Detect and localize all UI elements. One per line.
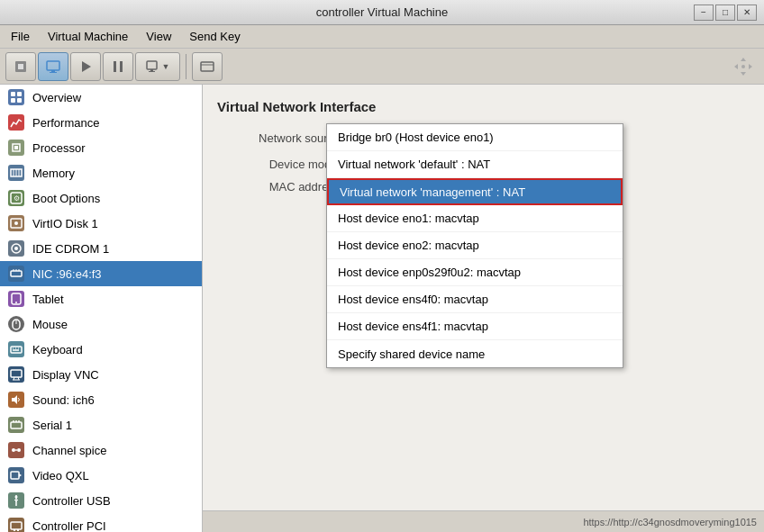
svg-point-35 (15, 302, 17, 303)
sidebar-label-overview: Overview (32, 91, 81, 104)
screen-options-button[interactable]: ▼ (135, 52, 180, 81)
performance-icon (7, 113, 25, 131)
sidebar-item-controller-pci[interactable]: Controller PCI (0, 513, 202, 532)
statusbar: https://http://c34gnosdmoveryming1015 (203, 510, 764, 532)
sidebar-label-video: Video QXL (32, 469, 89, 482)
boot-icon: ⚙ (7, 189, 25, 207)
keyboard-icon (7, 340, 25, 358)
minimize-button[interactable]: − (694, 5, 714, 21)
svg-rect-1 (18, 64, 23, 69)
sidebar-label-boot: Boot Options (32, 192, 100, 205)
sidebar-item-virtio[interactable]: VirtIO Disk 1 (0, 211, 202, 236)
dropdown-item-0[interactable]: Bridge br0 (Host device eno1) (327, 124, 623, 151)
sidebar-label-sound: Sound: ich6 (32, 393, 95, 407)
close-button[interactable]: ✕ (737, 5, 757, 21)
sidebar-item-serial[interactable]: Serial 1 (0, 412, 202, 437)
svg-rect-30 (11, 271, 22, 276)
menubar: File Virtual Machine View Send Key (0, 25, 764, 49)
processor-icon (7, 139, 25, 157)
statusbar-url: https://http://c34gnosdmoveryming1015 (210, 517, 757, 527)
menu-view[interactable]: View (139, 28, 178, 45)
dropdown-item-5[interactable]: Host device enp0s29f0u2: macvtap (327, 259, 623, 286)
svg-rect-4 (50, 72, 57, 73)
overview-icon (7, 88, 25, 106)
transfer-button[interactable] (192, 52, 223, 81)
window-controls[interactable]: − □ ✕ (694, 5, 757, 21)
dropdown-item-6[interactable]: Host device ens4f0: macvtap (327, 286, 623, 313)
sidebar-label-processor: Processor (32, 141, 86, 155)
sidebar-item-performance[interactable]: Performance (0, 110, 202, 135)
svg-rect-17 (17, 98, 22, 103)
svg-point-52 (12, 448, 15, 452)
svg-point-53 (17, 448, 21, 452)
svg-marker-47 (12, 395, 17, 404)
tablet-icon (7, 290, 25, 308)
memory-icon (7, 164, 25, 182)
svg-rect-14 (11, 92, 15, 96)
pause-button[interactable] (103, 52, 133, 81)
menu-send-key[interactable]: Send Key (182, 28, 247, 45)
sidebar-item-overview[interactable]: Overview (0, 85, 202, 110)
sidebar-item-boot[interactable]: ⚙ Boot Options (0, 185, 202, 211)
svg-rect-43 (11, 370, 22, 377)
screen-button[interactable] (38, 52, 68, 81)
sidebar-item-processor[interactable]: Processor (0, 135, 202, 160)
sidebar-label-nic: NIC :96:e4:f3 (32, 267, 102, 281)
svg-marker-5 (82, 61, 91, 72)
mouse-icon (7, 315, 25, 333)
serial-icon (7, 416, 25, 434)
sidebar-item-keyboard[interactable]: Keyboard (0, 337, 202, 362)
sidebar-item-memory[interactable]: Memory (0, 160, 202, 185)
nic-icon (7, 265, 25, 283)
sidebar-item-tablet[interactable]: Tablet (0, 286, 202, 311)
main-content: Overview Performance Processor (0, 85, 764, 532)
svg-rect-48 (11, 422, 22, 428)
dropdown-item-3[interactable]: Host device eno1: macvtap (327, 205, 623, 232)
sidebar-label-memory: Memory (32, 167, 75, 180)
svg-rect-19 (14, 146, 18, 149)
power-button[interactable] (5, 52, 36, 81)
sidebar-item-channel[interactable]: Channel spice (0, 437, 202, 463)
svg-point-13 (741, 65, 745, 68)
svg-rect-15 (17, 92, 22, 96)
dropdown-item-4[interactable]: Host device eno2: macvtap (327, 232, 623, 259)
svg-rect-9 (150, 69, 153, 71)
sidebar-item-video[interactable]: Video QXL (0, 463, 202, 488)
sidebar-label-ide: IDE CDROM 1 (32, 242, 109, 256)
dropdown-item-2[interactable]: Virtual network 'management' : NAT (327, 178, 623, 205)
dropdown-item-8[interactable]: Specify shared device name (327, 340, 623, 367)
svg-rect-10 (149, 71, 155, 72)
sidebar-item-display[interactable]: Display VNC (0, 362, 202, 387)
maximize-button[interactable]: □ (715, 5, 735, 21)
display-icon (7, 365, 25, 383)
svg-rect-3 (51, 70, 55, 72)
dropdown-item-1[interactable]: Virtual network 'default' : NAT (327, 151, 623, 178)
window-title: controller Virtual Machine (70, 5, 694, 19)
menu-file[interactable]: File (4, 28, 37, 45)
mac-address-label: MAC address: (217, 180, 343, 194)
sidebar-label-channel: Channel spice (32, 444, 106, 457)
menu-virtual-machine[interactable]: Virtual Machine (41, 28, 135, 45)
channel-icon (7, 441, 25, 459)
sidebar-label-keyboard: Keyboard (32, 343, 83, 356)
ide-icon (7, 239, 25, 257)
svg-rect-59 (11, 522, 22, 529)
dropdown-menu[interactable]: Bridge br0 (Host device eno1) Virtual ne… (326, 123, 623, 368)
svg-point-27 (14, 221, 18, 225)
sidebar-item-nic[interactable]: NIC :96:e4:f3 (0, 261, 202, 286)
sidebar-label-controller-usb: Controller USB (32, 494, 111, 508)
sidebar: Overview Performance Processor (0, 85, 203, 532)
sidebar-item-ide[interactable]: IDE CDROM 1 (0, 236, 202, 261)
sidebar-item-sound[interactable]: Sound: ich6 (0, 387, 202, 412)
dropdown-item-7[interactable]: Host device ens4f1: macvtap (327, 313, 623, 340)
sidebar-label-controller-pci: Controller PCI (32, 519, 106, 533)
sidebar-item-controller-usb[interactable]: Controller USB (0, 488, 202, 513)
sidebar-label-serial: Serial 1 (32, 419, 72, 432)
play-button[interactable] (70, 52, 101, 81)
svg-rect-6 (114, 61, 116, 72)
network-source-label: Network source: (217, 131, 343, 145)
svg-rect-7 (120, 61, 123, 72)
content-title: Virtual Network Interface (217, 99, 750, 114)
sidebar-label-virtio: VirtIO Disk 1 (32, 217, 98, 230)
sidebar-item-mouse[interactable]: Mouse (0, 311, 202, 337)
